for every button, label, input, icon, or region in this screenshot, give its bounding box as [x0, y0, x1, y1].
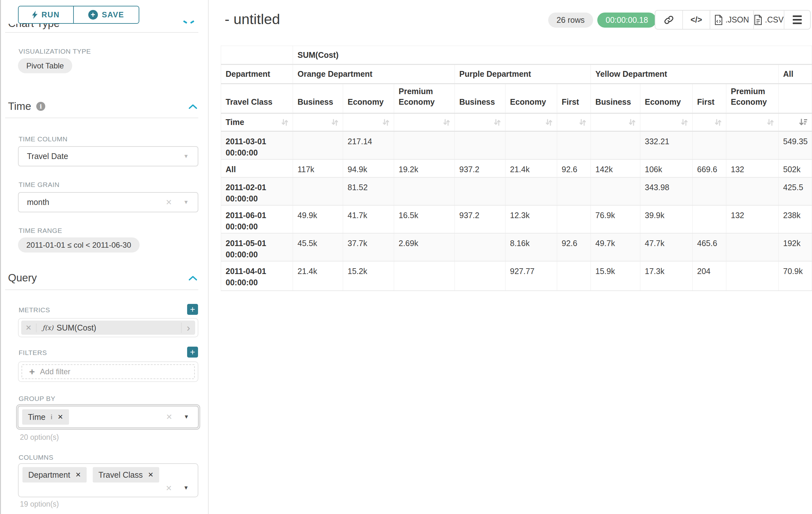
visualization-type-pill[interactable]: Pivot Table — [18, 58, 72, 73]
time-column-select[interactable]: Travel Date ▼ — [18, 146, 198, 166]
more-options-button[interactable] — [784, 10, 810, 29]
divider — [5, 117, 198, 118]
save-button[interactable]: + SAVE — [74, 6, 139, 23]
column-sort-header[interactable] — [343, 113, 394, 131]
column-sort-header[interactable] — [640, 113, 693, 131]
columns-select[interactable]: Department ✕ Travel Class ✕ ✕ ▼ — [18, 463, 198, 497]
sort-icon[interactable] — [578, 118, 587, 127]
pivot-cell: 217.14 — [343, 131, 394, 159]
info-icon[interactable]: i — [51, 413, 53, 421]
group-by-options-hint: 20 option(s) — [20, 433, 59, 442]
column-sort-header[interactable] — [293, 113, 343, 131]
sort-icon[interactable] — [545, 118, 553, 127]
sort-icon[interactable] — [714, 118, 722, 127]
column-sort-header[interactable] — [726, 113, 779, 131]
time-column-value: Travel Date — [27, 152, 68, 161]
column-sort-header[interactable] — [557, 113, 591, 131]
pivot-cell: 21.4k — [505, 159, 557, 177]
panel-resize-handle[interactable] — [0, 0, 1, 514]
columns-chip-department[interactable]: Department ✕ — [23, 467, 87, 483]
chevron-down-icon[interactable]: ▼ — [183, 414, 189, 420]
sort-icon[interactable] — [281, 118, 289, 127]
pivot-cell: 937.2 — [455, 205, 505, 233]
chip-label: Department — [28, 470, 70, 480]
group-by-select[interactable]: Time i ✕ ✕ ▼ — [16, 404, 200, 430]
sort-icon[interactable] — [442, 118, 451, 127]
sort-descending-icon[interactable] — [799, 118, 808, 127]
export-json-button[interactable]: .JSON — [710, 10, 754, 29]
add-metric-button[interactable]: + — [187, 304, 198, 315]
table-row: 2011-05-01 00:00:00 45.5k 37.7k 2.69k 8.… — [221, 233, 812, 261]
divider — [5, 290, 198, 290]
visualization-type-label: VISUALIZATION TYPE — [19, 48, 91, 55]
sort-icon[interactable] — [330, 118, 339, 127]
metric-item[interactable]: ✕ ƒ(x) SUM(Cost) › — [21, 321, 195, 335]
pivot-cell: 19.2k — [394, 159, 455, 177]
chevron-up-icon[interactable] — [188, 275, 198, 281]
column-sort-header[interactable] — [505, 113, 557, 131]
column-sort-header[interactable] — [394, 113, 455, 131]
column-sort-header-active[interactable] — [779, 113, 812, 131]
time-grain-label: TIME GRAIN — [19, 181, 60, 189]
column-sort-header[interactable] — [455, 113, 505, 131]
add-filter-plus-button[interactable]: + — [187, 347, 198, 357]
info-icon[interactable]: i — [36, 102, 45, 111]
sort-icon[interactable] — [628, 118, 636, 127]
pivot-cell: 92.6 — [557, 233, 591, 261]
pivot-cell — [557, 261, 591, 291]
pivot-cell: 37.7k — [343, 233, 394, 261]
remove-chip-icon[interactable]: ✕ — [57, 413, 63, 421]
chart-title[interactable]: - untitled — [225, 11, 280, 28]
sort-icon[interactable] — [493, 118, 501, 127]
time-sort-header[interactable]: Time — [221, 113, 293, 131]
pivot-table: SUM(Cost) Department Orange Department P… — [221, 46, 812, 291]
time-grain-value: month — [27, 197, 49, 207]
chevron-down-icon[interactable]: ▼ — [183, 199, 189, 206]
chevron-down-icon[interactable]: ▼ — [183, 153, 189, 160]
pivot-cell — [591, 177, 640, 205]
table-row: 2011-02-01 00:00:00 81.52 343.98 425.5 — [221, 177, 812, 205]
pivot-cell: 76.9k — [591, 205, 640, 233]
clear-icon[interactable]: ✕ — [166, 412, 172, 422]
control-panel: Chart Type RUN + SAVE VISUALIZATION TYPE… — [0, 0, 209, 514]
clear-icon[interactable]: ✕ — [166, 484, 172, 493]
pivot-cell: 17.3k — [640, 261, 693, 291]
pivot-cell: 132 — [726, 159, 779, 177]
sort-icon[interactable] — [382, 118, 390, 127]
export-csv-button[interactable]: .CSV — [754, 10, 785, 29]
class-header: Business — [591, 84, 640, 113]
column-sort-header[interactable] — [693, 113, 726, 131]
run-button[interactable]: RUN — [19, 6, 74, 23]
view-query-button[interactable]: </> — [683, 10, 710, 29]
pivot-cell: 927.77 — [505, 261, 557, 291]
group-header: All — [779, 64, 812, 84]
pivot-cell — [394, 131, 455, 159]
row-label: 2011-05-01 00:00:00 — [221, 233, 293, 261]
group-by-chip-time[interactable]: Time i ✕ — [22, 409, 69, 425]
query-section-header[interactable]: Query — [8, 272, 37, 284]
pivot-cell — [557, 131, 591, 159]
remove-chip-icon[interactable]: ✕ — [76, 471, 81, 479]
time-range-pill[interactable]: 2011-01-01 ≤ col < 2011-06-30 — [18, 237, 140, 252]
pivot-cell: 204 — [693, 261, 726, 291]
remove-chip-icon[interactable]: ✕ — [148, 471, 154, 479]
pivot-cell — [293, 177, 343, 205]
table-row: 2011-06-01 00:00:00 49.9k 41.7k 16.5k 93… — [221, 205, 812, 233]
function-icon: ƒ(x) — [42, 324, 53, 331]
row-count-badge: 26 rows — [548, 12, 593, 28]
time-section-header[interactable]: Time i — [8, 100, 45, 112]
time-grain-select[interactable]: month ✕ ▼ — [18, 192, 198, 212]
share-link-button[interactable] — [656, 10, 683, 29]
clear-icon[interactable]: ✕ — [166, 198, 172, 207]
chevron-up-icon[interactable] — [188, 104, 198, 110]
column-sort-header[interactable] — [591, 113, 640, 131]
chevron-right-icon[interactable]: › — [181, 323, 195, 333]
sort-icon[interactable] — [680, 118, 689, 127]
pivot-cell — [557, 177, 591, 205]
sort-icon[interactable] — [766, 118, 775, 127]
chevron-down-icon[interactable]: ▼ — [183, 485, 189, 491]
add-filter-button[interactable]: + Add filter — [22, 364, 195, 379]
remove-metric-icon[interactable]: ✕ — [21, 324, 37, 332]
columns-chip-travel-class[interactable]: Travel Class ✕ — [93, 467, 160, 483]
file-icon — [754, 15, 762, 25]
